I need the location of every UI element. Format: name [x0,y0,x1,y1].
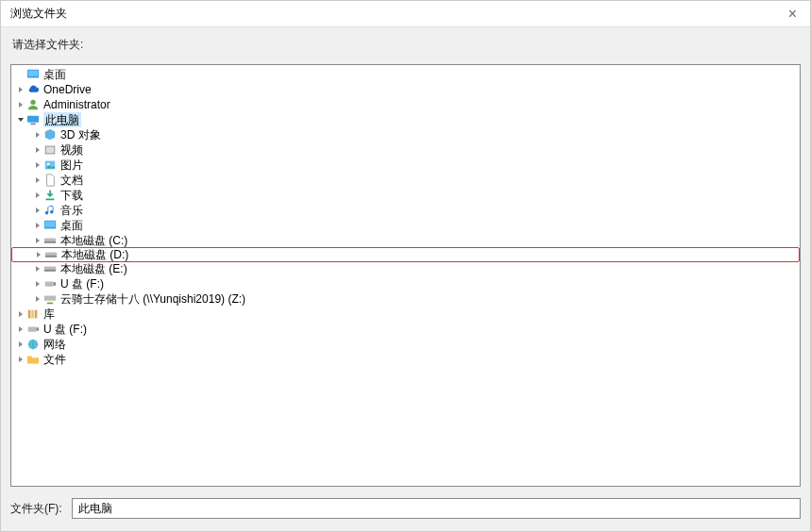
download-icon [43,189,57,202]
chevron-right-icon[interactable] [15,101,26,108]
tree-label: 库 [43,307,55,322]
chevron-right-icon[interactable] [32,237,43,244]
svg-rect-15 [45,256,57,258]
chevron-right-icon[interactable] [32,222,43,229]
tree-node-network[interactable]: 网络 [11,337,800,352]
drive-icon [43,234,57,247]
tree-label: 音乐 [60,203,83,218]
tree-node-desktop[interactable]: 桌面 [11,67,800,82]
tree-label: 本地磁盘 (D:) [61,247,128,262]
folder-field-label: 文件夹(F): [10,501,62,517]
tree-node-music[interactable]: 音乐 [11,203,800,218]
tree-node-network-z[interactable]: 云骑士存储十八 (\\Yunqishi2019) (Z:) [11,291,800,307]
close-icon[interactable]: × [783,5,803,24]
svg-point-8 [47,163,50,166]
svg-rect-21 [28,310,31,319]
chevron-right-icon[interactable] [32,131,43,139]
tree-label: 文件 [43,352,66,367]
tree-node-pictures[interactable]: 图片 [11,158,800,173]
network-icon [26,338,40,351]
tree-node-3dobjects[interactable]: 3D 对象 [11,127,800,142]
chevron-right-icon[interactable] [32,161,43,169]
tree-node-onedrive[interactable]: OneDrive [11,82,800,97]
tree-label: 本地磁盘 (C:) [60,233,127,248]
svg-rect-25 [37,327,40,331]
titlebar: 浏览文件夹 × [1,1,810,27]
tree-label: 文档 [60,173,83,188]
tree-label: 桌面 [60,218,83,233]
tree-node-documents[interactable]: 文档 [11,173,800,188]
tree-label: OneDrive [43,82,92,97]
tree-node-libraries[interactable]: 库 [11,307,800,322]
drive-icon [43,262,57,275]
svg-rect-4 [30,124,35,125]
tree-label: 本地磁盘 (E:) [60,261,127,276]
tree-label: U 盘 (F:) [43,322,87,337]
tree-label: 网络 [43,337,66,352]
chevron-right-icon[interactable] [15,356,26,363]
tree-node-usb-f-root[interactable]: U 盘 (F:) [11,322,800,337]
document-icon [43,174,57,187]
chevron-right-icon[interactable] [32,176,43,184]
tree-node-admin[interactable]: Administrator [11,97,800,112]
chevron-down-icon[interactable] [15,116,26,124]
svg-rect-1 [28,71,39,76]
folder-icon [26,353,40,366]
svg-rect-3 [27,116,39,123]
svg-rect-17 [44,270,56,272]
tree-label: U 盘 (F:) [60,276,104,291]
chevron-right-icon[interactable] [15,325,26,333]
chevron-right-icon[interactable] [32,191,43,199]
computer-icon [26,113,40,126]
tree-label: 图片 [60,158,83,173]
prompt-label: 请选择文件夹: [1,27,810,58]
dialog-title: 浏览文件夹 [10,6,67,22]
tree-node-pc-desktop[interactable]: 桌面 [11,218,800,233]
drive-icon [44,248,58,261]
tree-node-thispc[interactable]: 此电脑 [11,112,800,127]
tree-node-disk-d[interactable]: 本地磁盘 (D:) [11,247,800,262]
music-icon [43,204,57,217]
tree-node-videos[interactable]: 视频 [11,142,800,158]
svg-rect-23 [35,310,38,319]
svg-rect-11 [45,222,56,227]
chevron-right-icon[interactable] [32,146,43,154]
svg-rect-13 [44,241,56,243]
user-icon [26,98,40,111]
tree-node-files[interactable]: 文件 [11,352,800,367]
tree-node-downloads[interactable]: 下载 [11,188,800,203]
folder-tree[interactable]: 桌面 OneDrive Administrator 此电脑 3D 对象 视频 [10,64,801,487]
tree-label: 云骑士存储十八 (\\Yunqishi2019) (Z:) [60,291,245,307]
tree-label: 下载 [60,188,83,203]
chevron-right-icon[interactable] [32,295,43,303]
folder-input-row: 文件夹(F): [1,494,810,519]
tree-label: 3D 对象 [60,127,101,142]
chevron-right-icon[interactable] [15,341,26,348]
tree-label: 视频 [60,142,83,158]
svg-rect-22 [31,310,34,319]
cube-icon [43,128,57,141]
tree-label: 此电脑 [43,112,81,127]
desktop-icon [43,219,57,232]
svg-rect-6 [46,147,55,154]
library-icon [26,308,40,321]
picture-icon [43,158,57,172]
folder-field[interactable] [72,498,801,519]
chevron-right-icon[interactable] [32,280,43,288]
cloud-icon [26,83,40,96]
tree-node-disk-c[interactable]: 本地磁盘 (C:) [11,233,800,248]
tree-label: 桌面 [43,67,66,82]
usb-icon [43,277,57,291]
chevron-right-icon[interactable] [32,207,43,214]
tree-label: Administrator [43,97,110,112]
chevron-right-icon[interactable] [15,310,26,318]
chevron-right-icon[interactable] [15,86,26,93]
chevron-right-icon[interactable] [33,251,44,258]
tree-node-usb-f[interactable]: U 盘 (F:) [11,276,800,291]
film-icon [43,143,57,157]
network-drive-icon [43,292,57,306]
svg-point-2 [30,100,35,105]
svg-rect-20 [44,296,56,301]
chevron-right-icon[interactable] [32,265,43,273]
tree-node-disk-e[interactable]: 本地磁盘 (E:) [11,261,800,276]
